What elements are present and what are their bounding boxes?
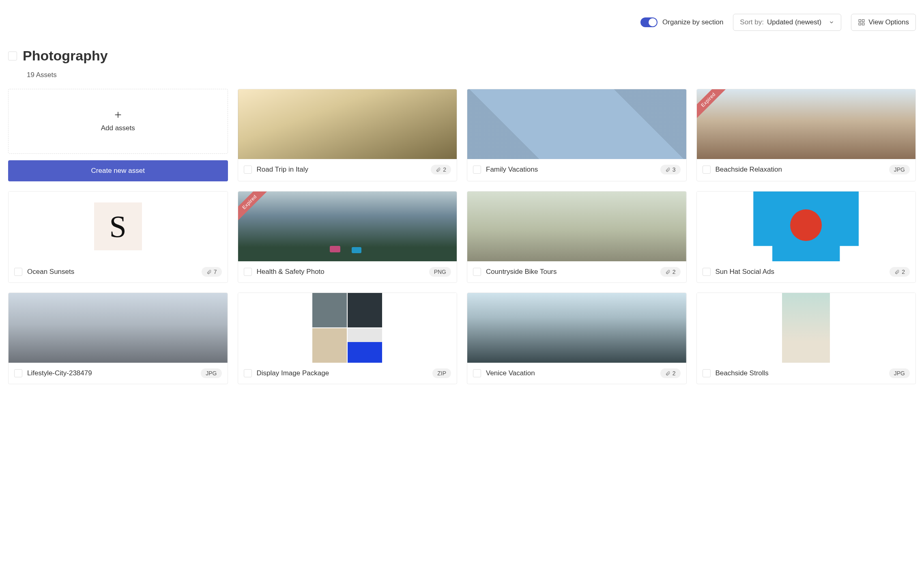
paperclip-icon — [206, 269, 212, 275]
add-assets-label: Add assets — [101, 124, 135, 132]
asset-card[interactable]: SOcean Sunsets7 — [8, 191, 228, 283]
asset-card[interactable]: Countryside Bike Tours2 — [467, 191, 687, 283]
section-header: Photography — [8, 48, 916, 64]
create-asset-button[interactable]: Create new asset — [8, 160, 228, 181]
thumbnail-image — [753, 192, 859, 261]
asset-title: Health & Safety Photo — [257, 268, 424, 276]
asset-card[interactable]: Beachside StrollsJPG — [696, 293, 916, 384]
svg-rect-0 — [859, 19, 861, 22]
badge-value: 3 — [673, 166, 676, 173]
asset-footer: Beachside RelaxationJPG — [697, 159, 916, 180]
svg-rect-1 — [862, 19, 864, 22]
attachment-badge: 2 — [890, 267, 910, 277]
paperclip-icon — [894, 269, 900, 275]
badge-value: JPG — [894, 370, 905, 377]
organize-by-section[interactable]: Organize by section — [640, 17, 723, 27]
asset-thumbnail[interactable]: S — [9, 192, 228, 261]
badge-value: JPG — [894, 166, 905, 173]
asset-card[interactable]: Display Image PackageZIP — [238, 293, 458, 384]
chevron-down-icon — [829, 19, 834, 25]
asset-title: Lifestyle-City-238479 — [27, 369, 196, 377]
format-badge: PNG — [429, 267, 451, 277]
toolbar: Organize by section Sort by: Updated (ne… — [8, 8, 916, 37]
attachment-badge: 7 — [202, 267, 222, 277]
asset-count: 19 Assets — [27, 71, 916, 79]
attachment-badge: 2 — [660, 368, 681, 378]
asset-thumbnail[interactable] — [9, 293, 228, 363]
asset-footer: Countryside Bike Tours2 — [467, 261, 686, 282]
asset-checkbox[interactable] — [473, 268, 481, 276]
asset-thumbnail[interactable]: Expired — [238, 192, 457, 261]
badge-value: 7 — [214, 269, 217, 275]
asset-thumbnail[interactable] — [238, 293, 457, 363]
asset-card[interactable]: ExpiredHealth & Safety PhotoPNG — [238, 191, 458, 283]
asset-card[interactable]: Family Vacations3 — [467, 89, 687, 181]
thumbnail-image — [782, 293, 830, 363]
asset-checkbox[interactable] — [244, 166, 252, 174]
asset-checkbox[interactable] — [14, 268, 22, 276]
sort-label: Sort by: — [740, 18, 764, 26]
thumbnail-image — [9, 293, 228, 363]
plus-icon — [114, 110, 122, 119]
thumbnail-image — [467, 293, 686, 363]
asset-thumbnail[interactable] — [238, 89, 457, 159]
sort-dropdown[interactable]: Sort by: Updated (newest) — [733, 14, 841, 31]
asset-card[interactable]: ExpiredBeachside RelaxationJPG — [696, 89, 916, 181]
attachment-badge: 2 — [431, 165, 451, 174]
format-badge: ZIP — [432, 368, 451, 378]
asset-footer: Venice Vacation2 — [467, 363, 686, 384]
asset-footer: Beachside StrollsJPG — [697, 363, 916, 384]
asset-footer: Road Trip in Italy2 — [238, 159, 457, 180]
asset-checkbox[interactable] — [244, 268, 252, 276]
asset-footer: Lifestyle-City-238479JPG — [9, 363, 228, 384]
asset-thumbnail[interactable] — [697, 192, 916, 261]
asset-checkbox[interactable] — [703, 166, 711, 174]
asset-card[interactable]: Sun Hat Social Ads2 — [696, 191, 916, 283]
format-badge: JPG — [201, 368, 221, 378]
organize-label: Organize by section — [662, 18, 723, 26]
badge-value: JPG — [206, 370, 217, 377]
badge-value: 2 — [443, 166, 446, 173]
asset-footer: Display Image PackageZIP — [238, 363, 457, 384]
asset-grid: Add assets Create new asset Road Trip in… — [8, 89, 916, 384]
attachment-badge: 2 — [660, 267, 681, 277]
format-badge: JPG — [889, 165, 910, 174]
asset-card[interactable]: Lifestyle-City-238479JPG — [8, 293, 228, 384]
paperclip-icon — [665, 371, 670, 376]
badge-value: 2 — [673, 370, 676, 377]
svg-rect-3 — [862, 23, 864, 25]
asset-checkbox[interactable] — [703, 369, 711, 377]
asset-card[interactable]: Road Trip in Italy2 — [238, 89, 458, 181]
badge-value: ZIP — [437, 370, 446, 377]
asset-checkbox[interactable] — [473, 166, 481, 174]
sort-value: Updated (newest) — [767, 18, 821, 26]
asset-thumbnail[interactable] — [697, 293, 916, 363]
asset-title: Venice Vacation — [486, 369, 655, 377]
asset-title: Display Image Package — [257, 369, 428, 377]
organize-toggle[interactable] — [640, 17, 658, 27]
asset-thumbnail[interactable] — [467, 89, 686, 159]
asset-title: Beachside Strolls — [716, 369, 884, 377]
paperclip-icon — [665, 167, 670, 172]
asset-thumbnail[interactable] — [467, 293, 686, 363]
asset-title: Family Vacations — [486, 166, 655, 174]
asset-title: Sun Hat Social Ads — [716, 268, 885, 276]
asset-footer: Ocean Sunsets7 — [9, 261, 228, 282]
thumbnail-image — [312, 293, 382, 363]
asset-card[interactable]: Venice Vacation2 — [467, 293, 687, 384]
asset-title: Ocean Sunsets — [27, 268, 197, 276]
asset-thumbnail[interactable]: Expired — [697, 89, 916, 159]
thumbnail-image — [238, 89, 457, 159]
asset-checkbox[interactable] — [703, 268, 711, 276]
add-assets-button[interactable]: Add assets — [8, 89, 228, 154]
paperclip-icon — [436, 167, 441, 172]
select-all-checkbox[interactable] — [8, 52, 17, 60]
paperclip-icon — [665, 269, 670, 275]
asset-checkbox[interactable] — [473, 369, 481, 377]
asset-footer: Family Vacations3 — [467, 159, 686, 180]
view-options-button[interactable]: View Options — [851, 14, 916, 31]
attachment-badge: 3 — [660, 165, 681, 174]
asset-checkbox[interactable] — [244, 369, 252, 377]
asset-thumbnail[interactable] — [467, 192, 686, 261]
asset-checkbox[interactable] — [14, 369, 22, 377]
